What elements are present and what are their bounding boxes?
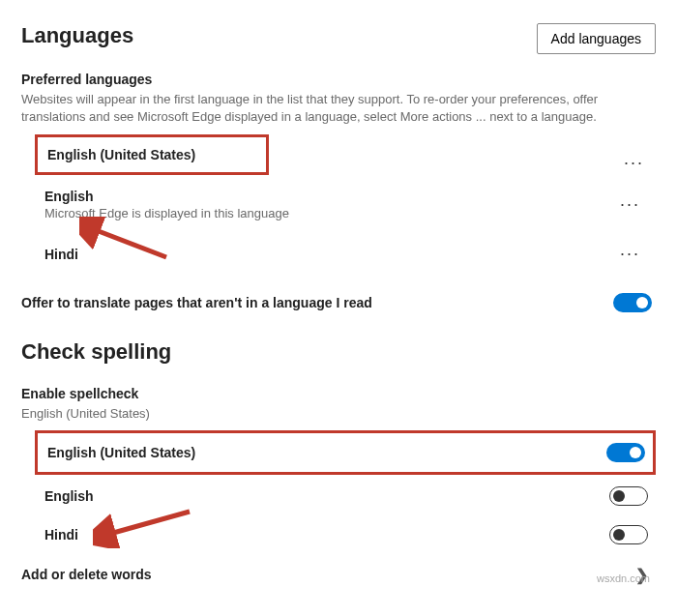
enable-spellcheck-sub: English (United States): [21, 405, 656, 423]
add-delete-words-label: Add or delete words: [21, 567, 152, 582]
language-subtext: Microsoft Edge is displayed in this lang…: [44, 206, 289, 220]
language-row-en-us: English (United States): [35, 134, 269, 175]
language-row-en: English Microsoft Edge is displayed in t…: [21, 179, 656, 230]
spellcheck-row-en: English: [21, 477, 656, 515]
spellcheck-row-hi: Hindi: [21, 515, 656, 554]
offer-translate-row: Offer to translate pages that aren't in …: [21, 293, 656, 312]
enable-spellcheck-heading: Enable spellcheck: [21, 386, 656, 401]
language-name: English (United States): [47, 147, 195, 162]
more-actions-icon[interactable]: ···: [612, 240, 648, 268]
spellcheck-language-name: Hindi: [44, 527, 78, 543]
languages-heading: Languages: [21, 23, 133, 48]
language-name: English: [44, 189, 289, 204]
watermark-text: wsxdn.com: [597, 572, 650, 584]
spellcheck-toggle-en-us[interactable]: [606, 443, 645, 462]
spellcheck-language-name: English (United States): [47, 445, 195, 460]
offer-translate-toggle[interactable]: [613, 293, 652, 312]
preferred-languages-description: Websites will appear in the first langua…: [21, 91, 656, 125]
spellcheck-toggle-hi[interactable]: [609, 525, 648, 544]
more-actions-icon[interactable]: ···: [616, 149, 652, 177]
spellcheck-row-en-us: English (United States): [38, 433, 653, 472]
svg-line-3: [106, 512, 190, 535]
svg-line-1: [91, 228, 166, 257]
offer-translate-label: Offer to translate pages that aren't in …: [21, 295, 372, 310]
more-actions-icon[interactable]: ···: [612, 191, 648, 219]
check-spelling-heading: Check spelling: [21, 339, 656, 365]
language-name: Hindi: [44, 247, 78, 262]
preferred-languages-heading: Preferred languages: [21, 72, 656, 87]
add-delete-words-button[interactable]: Add or delete words ❯: [21, 554, 656, 588]
language-row-hi: Hindi ···: [21, 230, 656, 278]
spellcheck-language-name: English: [44, 488, 94, 504]
spellcheck-toggle-en[interactable]: [609, 486, 648, 506]
add-languages-button[interactable]: Add languages: [537, 23, 656, 54]
